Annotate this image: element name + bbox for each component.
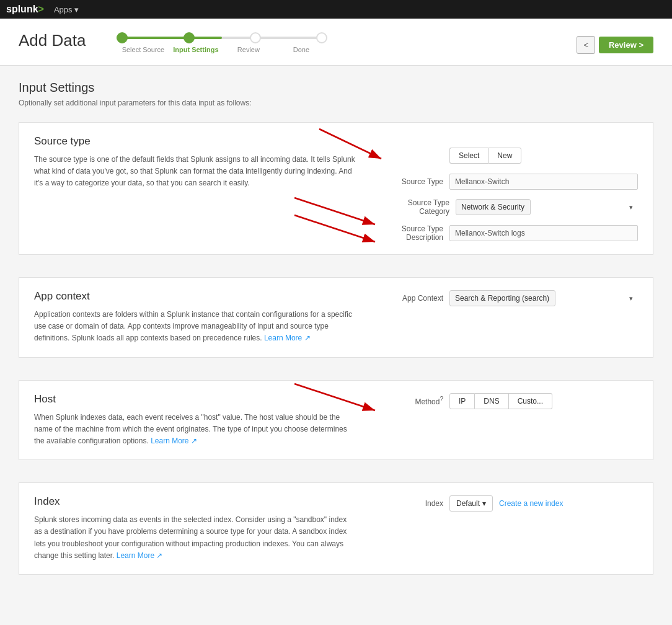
step-label-2: Input Settings	[169, 46, 222, 53]
source-type-label: Source Type	[381, 177, 443, 186]
splunk-logo: splunk>	[6, 4, 44, 15]
method-row: Method? IP DNS Custo...	[381, 393, 638, 409]
nav-buttons: < Review >	[577, 36, 653, 54]
source-type-left: Source type The source type is one of th…	[34, 135, 356, 242]
method-btn-group: IP DNS Custo...	[449, 393, 552, 409]
app-context-label: App Context	[381, 294, 443, 303]
main-content: Input Settings Optionally set additional…	[0, 66, 672, 616]
progress-labels: Select Source Input Settings Review Done	[117, 46, 327, 53]
progress-container: Select Source Input Settings Review Done	[117, 32, 327, 53]
top-nav: splunk> Apps ▾	[0, 0, 672, 19]
apps-menu[interactable]: Apps ▾	[54, 5, 79, 14]
host-left: Host When Splunk indexes data, each even…	[34, 393, 356, 448]
index-left: Index Splunk stores incoming data as eve…	[34, 495, 356, 562]
index-right: Index Default ▾ Create a new index	[381, 495, 638, 562]
step-dot-2	[183, 32, 195, 43]
progress-steps	[117, 32, 327, 43]
new-button[interactable]: New	[488, 148, 521, 164]
step-label-1: Select Source	[117, 46, 169, 53]
host-description: When Splunk indexes data, each event rec…	[34, 412, 356, 448]
index-default-button[interactable]: Default ▾	[449, 495, 493, 512]
splunk-text: splunk	[6, 4, 38, 14]
source-desc-label: Source Type Description	[381, 224, 443, 242]
review-button[interactable]: Review >	[599, 37, 653, 53]
splunk-chevron: >	[38, 4, 44, 14]
input-settings-header: Input Settings Optionally set additional…	[19, 81, 653, 107]
source-type-description: The source type is one of the default fi…	[34, 154, 356, 190]
index-description: Splunk stores incoming data as events in…	[34, 514, 356, 562]
index-block: Index Splunk stores incoming data as eve…	[19, 482, 653, 575]
index-label: Index	[381, 499, 443, 508]
source-type-right: Select New Source Type	[381, 135, 638, 242]
step-dot-1	[117, 32, 128, 43]
header-area: Add Data Select Source Input Settings	[0, 19, 672, 66]
host-right: Method? IP DNS Custo...	[381, 393, 638, 448]
source-type-block: Source type The source type is one of th…	[19, 122, 653, 255]
method-custom-button[interactable]: Custo...	[509, 393, 552, 409]
learn-more-host[interactable]: Learn More ↗	[151, 437, 197, 445]
step-label-3: Review	[222, 46, 275, 53]
source-desc-input[interactable]	[449, 225, 638, 241]
app-context-left: App context Application contexts are fol…	[34, 290, 356, 345]
app-context-row: App Context Search & Reporting (search)	[381, 290, 638, 306]
app-context-select[interactable]: Search & Reporting (search)	[449, 290, 555, 306]
category-label: Source Type Category	[387, 198, 449, 216]
section-title: Input Settings	[19, 81, 653, 95]
step-label-4: Done	[275, 46, 327, 53]
app-context-right: App Context Search & Reporting (search)	[381, 290, 638, 345]
learn-more-app-context[interactable]: Learn More ↗	[264, 334, 311, 342]
page-title: Add Data	[19, 31, 86, 50]
select-button[interactable]: Select	[449, 148, 488, 164]
step-dot-3	[250, 32, 261, 43]
host-title: Host	[34, 393, 356, 406]
source-type-title: Source type	[34, 135, 356, 148]
progress-bar	[117, 32, 327, 43]
category-select[interactable]: Network & Security	[456, 199, 531, 215]
category-select-wrapper: Network & Security	[456, 199, 638, 215]
source-type-row: Source Type	[381, 174, 638, 190]
source-type-input[interactable]	[449, 174, 638, 190]
method-ip-button[interactable]: IP	[449, 393, 475, 409]
source-type-btn-group: Select New	[449, 148, 638, 164]
learn-more-index[interactable]: Learn More ↗	[117, 551, 163, 560]
method-dns-button[interactable]: DNS	[475, 393, 508, 409]
source-type-category-row: Source Type Category Network & Security	[381, 198, 638, 216]
app-context-block: App context Application contexts are fol…	[19, 277, 653, 358]
host-block: Host When Splunk indexes data, each even…	[19, 380, 653, 461]
step-dot-4	[316, 32, 327, 43]
source-type-desc-row: Source Type Description	[381, 224, 638, 242]
back-button[interactable]: <	[577, 36, 595, 54]
header-top-row: Add Data Select Source Input Settings	[19, 31, 653, 59]
index-chevron-icon: ▾	[482, 499, 486, 508]
app-context-title: App context	[34, 290, 356, 303]
index-row: Index Default ▾ Create a new index	[381, 495, 638, 512]
method-label: Method?	[381, 396, 443, 406]
section-subtitle: Optionally set additional input paramete…	[19, 99, 653, 107]
app-context-select-wrapper: Search & Reporting (search)	[449, 290, 638, 306]
index-value: Default	[456, 499, 480, 508]
create-new-index-link[interactable]: Create a new index	[499, 499, 563, 508]
app-context-description: Application contexts are folders within …	[34, 309, 356, 345]
index-title: Index	[34, 495, 356, 508]
